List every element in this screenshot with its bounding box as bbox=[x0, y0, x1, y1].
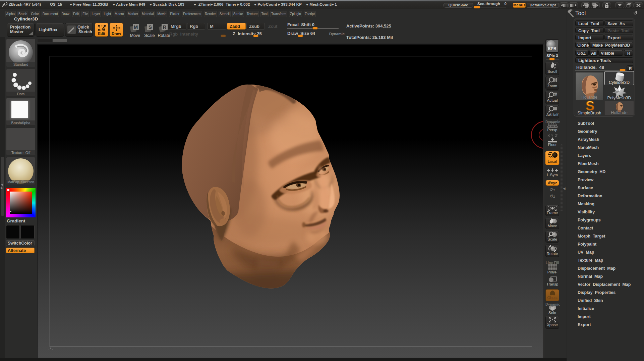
svg-text:BPR: BPR bbox=[548, 46, 557, 51]
svg-text:R: R bbox=[163, 24, 167, 30]
svg-text:x1: x1 bbox=[554, 93, 557, 96]
svg-text:M: M bbox=[134, 24, 138, 30]
svg-text:S: S bbox=[149, 24, 152, 30]
